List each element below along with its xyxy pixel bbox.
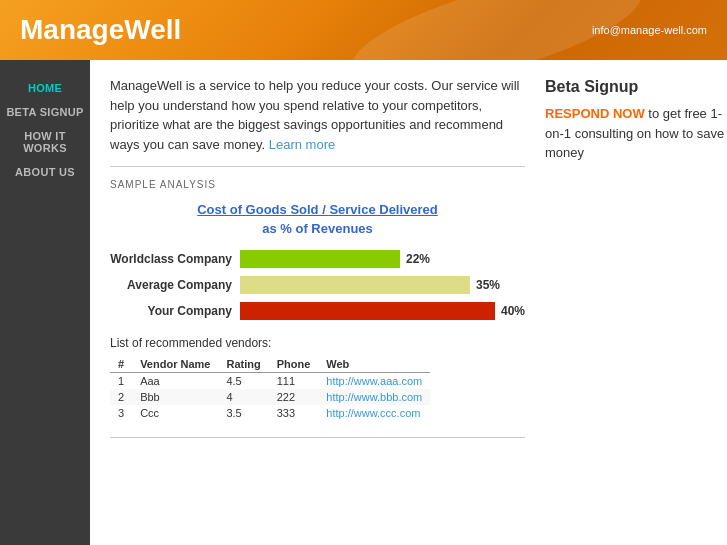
right-panel: Beta Signup RESPOND NOW to get free 1-on… (545, 76, 727, 531)
cell-name: Aaa (132, 373, 218, 390)
cell-rating: 4.5 (218, 373, 268, 390)
bar-track-your: 40% (240, 302, 525, 320)
logo: ManageWell (20, 14, 181, 46)
table-row: 3 Ccc 3.5 333 http://www.ccc.com (110, 405, 430, 421)
learn-more-link[interactable]: Learn more (269, 137, 335, 152)
divider-2 (110, 437, 525, 438)
cell-num: 2 (110, 389, 132, 405)
bar-track-worldclass: 22% (240, 250, 525, 268)
bar-row-worldclass: Worldclass Company 22% (110, 250, 525, 268)
cell-name: Bbb (132, 389, 218, 405)
header: ManageWell info@manage-well.com (0, 0, 727, 60)
cell-rating: 3.5 (218, 405, 268, 421)
main-layout: HOME BETA SIGNUP HOW IT WORKS ABOUT US M… (0, 60, 727, 545)
bar-row-average: Average Company 35% (110, 276, 525, 294)
cell-web[interactable]: http://www.ccc.com (318, 405, 430, 421)
section-label: SAMPLE ANALYSIS (110, 179, 525, 190)
col-header-num: # (110, 356, 132, 373)
cell-web[interactable]: http://www.aaa.com (318, 373, 430, 390)
cell-name: Ccc (132, 405, 218, 421)
bar-average (240, 276, 470, 294)
vendor-web-link[interactable]: http://www.aaa.com (326, 375, 422, 387)
bar-value-average: 35% (476, 278, 500, 292)
vendor-web-link[interactable]: http://www.ccc.com (326, 407, 420, 419)
col-header-phone: Phone (269, 356, 319, 373)
beta-description: RESPOND NOW to get free 1-on-1 consultin… (545, 104, 727, 163)
col-header-name: Vendor Name (132, 356, 218, 373)
vendor-list-label: List of recommended vendors: (110, 336, 525, 350)
bar-label-average: Average Company (110, 278, 240, 292)
sidebar-item-about-us[interactable]: ABOUT US (0, 160, 90, 184)
cell-phone: 222 (269, 389, 319, 405)
sidebar-item-home[interactable]: HOME (0, 76, 90, 100)
cell-phone: 111 (269, 373, 319, 390)
sidebar-item-how-it-works[interactable]: HOW IT WORKS (0, 124, 90, 160)
bar-label-your: Your Company (110, 304, 240, 318)
bar-row-your: Your Company 40% (110, 302, 525, 320)
bar-value-worldclass: 22% (406, 252, 430, 266)
bar-worldclass (240, 250, 400, 268)
cell-phone: 333 (269, 405, 319, 421)
chart-container: Cost of Goods Sold / Service Delivered a… (110, 202, 525, 320)
cell-num: 1 (110, 373, 132, 390)
table-row: 1 Aaa 4.5 111 http://www.aaa.com (110, 373, 430, 390)
respond-now-link[interactable]: RESPOND NOW (545, 106, 645, 121)
cell-web[interactable]: http://www.bbb.com (318, 389, 430, 405)
table-row: 2 Bbb 4 222 http://www.bbb.com (110, 389, 430, 405)
sidebar: HOME BETA SIGNUP HOW IT WORKS ABOUT US (0, 60, 90, 545)
bar-label-worldclass: Worldclass Company (110, 252, 240, 266)
cell-rating: 4 (218, 389, 268, 405)
sidebar-item-beta-signup[interactable]: BETA SIGNUP (0, 100, 90, 124)
main-content: ManageWell is a service to help you redu… (110, 76, 525, 531)
bar-your (240, 302, 495, 320)
chart-subtitle: as % of Revenues (110, 221, 525, 236)
vendor-web-link[interactable]: http://www.bbb.com (326, 391, 422, 403)
bar-track-average: 35% (240, 276, 525, 294)
col-header-rating: Rating (218, 356, 268, 373)
beta-title: Beta Signup (545, 78, 727, 96)
chart-title: Cost of Goods Sold / Service Delivered (110, 202, 525, 217)
divider-1 (110, 166, 525, 167)
cell-num: 3 (110, 405, 132, 421)
content-area: ManageWell is a service to help you redu… (90, 60, 727, 545)
col-header-web: Web (318, 356, 430, 373)
bar-value-your: 40% (501, 304, 525, 318)
header-email[interactable]: info@manage-well.com (592, 24, 707, 36)
intro-text: ManageWell is a service to help you redu… (110, 76, 525, 154)
vendor-table: # Vendor Name Rating Phone Web 1 Aaa 4.5… (110, 356, 430, 421)
